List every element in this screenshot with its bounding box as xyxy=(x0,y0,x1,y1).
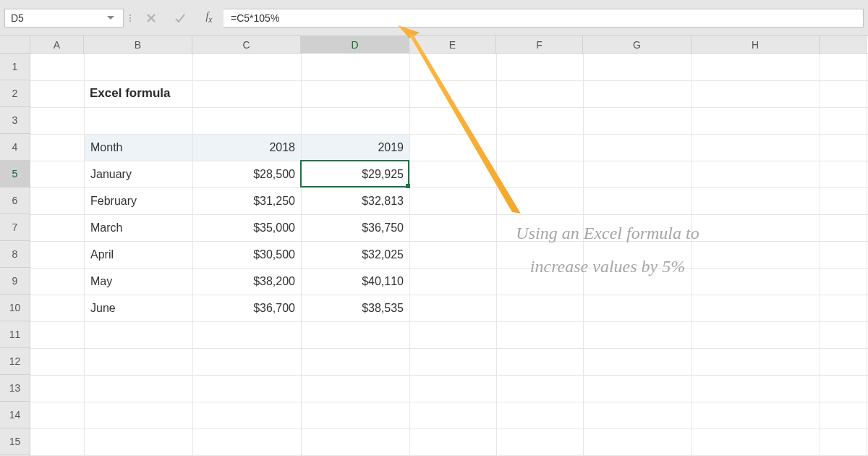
row-header-8[interactable]: 8 xyxy=(0,241,30,268)
cell-2019[interactable]: $36,750 xyxy=(302,215,410,242)
formula-bar-separator xyxy=(124,9,137,28)
row-header-4[interactable]: 4 xyxy=(0,134,30,161)
table-row: May$38,200$40,110 xyxy=(85,269,410,295)
cell-2019[interactable]: $32,813 xyxy=(302,188,410,215)
header-month[interactable]: Month xyxy=(85,135,193,161)
cell-2019[interactable]: $32,025 xyxy=(302,242,410,269)
col-header-G[interactable]: G xyxy=(583,36,692,53)
header-2018[interactable]: 2018 xyxy=(193,135,302,161)
annotation-text: Using an Excel formula to increase value… xyxy=(427,217,788,283)
row-header-5[interactable]: 5 xyxy=(0,161,30,187)
col-header-C[interactable]: C xyxy=(192,36,301,53)
table-row: February$31,250$32,813 xyxy=(85,188,410,215)
row-header-13[interactable]: 13 xyxy=(0,375,30,402)
cell-month[interactable]: January xyxy=(85,161,193,188)
page-title: Excel formula xyxy=(90,86,171,101)
cell-2018[interactable]: $28,500 xyxy=(193,161,302,188)
row-header-14[interactable]: 14 xyxy=(0,402,30,428)
col-header-H[interactable]: H xyxy=(692,36,820,53)
cell-2019[interactable]: $38,535 xyxy=(302,295,410,322)
col-header-B[interactable]: B xyxy=(84,36,192,53)
row-header-11[interactable]: 11 xyxy=(0,321,30,348)
table-row: June$36,700$38,535 xyxy=(85,295,410,322)
select-all-corner[interactable] xyxy=(0,36,30,53)
name-box-value: D5 xyxy=(11,12,24,24)
annotation-line1: Using an Excel formula to xyxy=(427,217,788,250)
cell-month[interactable]: June xyxy=(85,295,193,322)
annotation-line2: increase values by 5% xyxy=(427,250,788,284)
cell-2018[interactable]: $38,200 xyxy=(193,269,302,295)
col-header-F[interactable]: F xyxy=(496,36,583,53)
cell-2018[interactable]: $35,000 xyxy=(193,215,302,242)
table-row: January$28,500$29,925 xyxy=(85,161,410,188)
cell-2019[interactable]: $40,110 xyxy=(302,269,410,295)
formula-text: =C5*105% xyxy=(231,12,279,24)
cell-month[interactable]: May xyxy=(85,269,193,295)
column-headers: A B C D E F G H xyxy=(0,36,868,54)
table-row: March$35,000$36,750 xyxy=(85,215,410,242)
data-table: Month 2018 2019 January$28,500$29,925Feb… xyxy=(84,134,410,322)
cell-month[interactable]: April xyxy=(85,242,193,269)
col-header-E[interactable]: E xyxy=(409,36,496,53)
table-header-row: Month 2018 2019 xyxy=(85,135,410,161)
enter-icon[interactable] xyxy=(166,9,195,28)
cell-2018[interactable]: $31,250 xyxy=(193,188,302,215)
row-headers: 123456789101112131415 xyxy=(0,54,30,456)
col-header-D[interactable]: D xyxy=(301,36,409,53)
cell-2018[interactable]: $30,500 xyxy=(193,242,302,269)
row-header-12[interactable]: 12 xyxy=(0,348,30,375)
cell-month[interactable]: March xyxy=(85,215,193,242)
row-header-15[interactable]: 15 xyxy=(0,428,30,455)
formula-bar-controls: fx xyxy=(137,9,224,28)
name-box-dropdown-icon[interactable] xyxy=(104,12,117,25)
cell-2019[interactable]: $29,925 xyxy=(302,161,410,188)
cell-2018[interactable]: $36,700 xyxy=(193,295,302,322)
col-header-A[interactable]: A xyxy=(30,36,84,53)
row-header-3[interactable]: 3 xyxy=(0,107,30,134)
formula-bar: D5 fx =C5*105% xyxy=(0,0,868,36)
cancel-icon[interactable] xyxy=(137,9,166,28)
row-header-6[interactable]: 6 xyxy=(0,187,30,214)
row-header-2[interactable]: 2 xyxy=(0,80,30,107)
row-header-9[interactable]: 9 xyxy=(0,268,30,295)
formula-input[interactable]: =C5*105% xyxy=(224,9,864,28)
row-header-1[interactable]: 1 xyxy=(0,54,30,80)
table-row: April$30,500$32,025 xyxy=(85,242,410,269)
name-box[interactable]: D5 xyxy=(4,9,124,28)
row-header-7[interactable]: 7 xyxy=(0,214,30,241)
cell-month[interactable]: February xyxy=(85,188,193,215)
col-header-I[interactable] xyxy=(820,36,867,53)
row-header-10[interactable]: 10 xyxy=(0,295,30,321)
header-2019[interactable]: 2019 xyxy=(302,135,410,161)
fx-icon[interactable]: fx xyxy=(195,9,224,28)
